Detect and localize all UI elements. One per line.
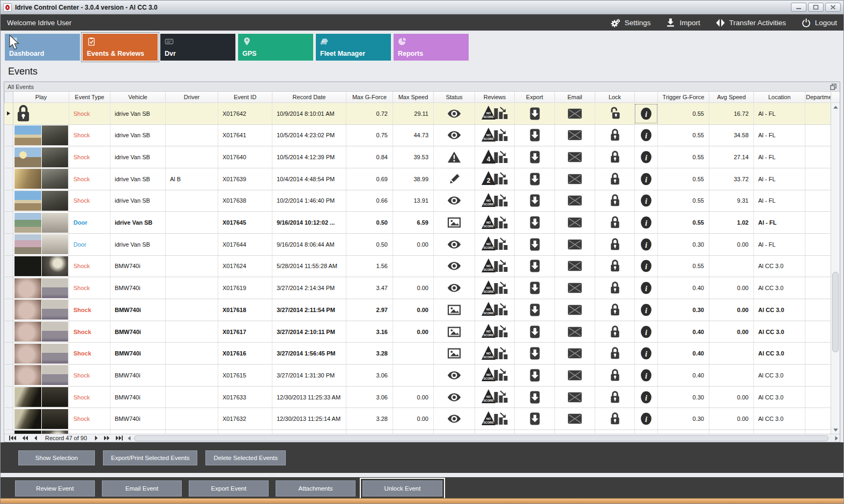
email-cell[interactable] (555, 190, 595, 212)
lock-cell[interactable] (595, 386, 635, 408)
vscroll-thumb[interactable] (832, 272, 839, 352)
export-cell[interactable] (515, 212, 555, 234)
lock-cell[interactable] (595, 321, 635, 343)
email-cell[interactable] (555, 386, 595, 408)
reviews-cell[interactable]: NO SCORE (475, 277, 515, 299)
status-cell[interactable] (434, 321, 475, 343)
table-row[interactable]: Shock BMW740i X017618 3/27/2014 2:11:54 … (5, 299, 831, 321)
play-cell[interactable] (13, 146, 69, 168)
reviews-cell[interactable]: NO SCORE (475, 124, 515, 146)
info-cell[interactable] (635, 212, 658, 234)
export-cell[interactable] (515, 299, 555, 321)
reviews-cell[interactable]: NO SCORE (475, 212, 515, 234)
play-cell[interactable] (13, 212, 69, 234)
export-cell[interactable] (515, 277, 555, 299)
email-cell[interactable] (555, 255, 595, 277)
info-cell[interactable] (635, 408, 658, 430)
lock-cell[interactable] (595, 430, 635, 434)
status-cell[interactable] (434, 408, 475, 430)
event-thumbnail[interactable] (14, 191, 68, 211)
export-cell[interactable] (515, 255, 555, 277)
play-cell[interactable] (13, 124, 69, 146)
email-event-button[interactable]: Email Event (102, 480, 182, 496)
export-cell[interactable] (515, 233, 555, 255)
event-thumbnail[interactable] (14, 169, 68, 189)
hscroll-right-arrow[interactable] (835, 436, 838, 441)
status-cell[interactable] (434, 212, 475, 234)
status-cell[interactable] (434, 386, 475, 408)
export-cell[interactable] (515, 124, 555, 146)
status-cell[interactable] (434, 190, 475, 212)
reviews-cell[interactable]: 4 (475, 146, 515, 168)
lock-cell[interactable] (595, 212, 635, 234)
export-cell[interactable] (515, 168, 555, 190)
vertical-scrollbar[interactable] (831, 92, 840, 434)
show-selection-button[interactable]: Show Selection (18, 450, 95, 465)
column-header-export[interactable]: Export (515, 92, 555, 102)
close-button[interactable] (825, 3, 841, 12)
info-cell[interactable] (635, 299, 658, 321)
column-header-event-type[interactable]: Event Type (69, 92, 110, 102)
info-cell[interactable] (635, 321, 658, 343)
info-cell[interactable] (635, 102, 658, 124)
table-row[interactable]: Shock BMW740i X017624 5/28/2014 11:55:28… (5, 255, 831, 277)
nav-first-button[interactable] (9, 435, 17, 441)
column-header-play[interactable]: Play (13, 92, 69, 102)
email-cell[interactable] (555, 299, 595, 321)
event-thumbnail[interactable] (14, 431, 68, 434)
email-cell[interactable] (555, 233, 595, 255)
reviews-cell[interactable]: NO SCORE (475, 386, 515, 408)
export-cell[interactable] (515, 386, 555, 408)
tab-events-reviews[interactable]: Events & Reviews (83, 34, 158, 61)
titlebar[interactable]: Idrive Control Center - 3.0.4 version - … (1, 1, 843, 14)
email-cell[interactable] (555, 102, 595, 124)
play-cell[interactable] (13, 190, 69, 212)
info-cell[interactable] (635, 430, 658, 434)
table-row[interactable]: Door idrive Van SB X017645 9/16/2014 10:… (5, 212, 831, 234)
status-cell[interactable] (434, 255, 475, 277)
play-cell[interactable] (13, 102, 69, 124)
lock-cell[interactable] (595, 343, 635, 365)
tab-dvr[interactable]: Dvr (160, 34, 235, 61)
info-cell[interactable] (635, 233, 658, 255)
hscroll-thumb[interactable] (134, 435, 828, 441)
column-header-vehicle[interactable]: Vehicle (110, 92, 166, 102)
event-thumbnail[interactable] (14, 387, 68, 407)
reviews-cell[interactable]: NO SCORE (475, 255, 515, 277)
column-header-status[interactable]: Status (434, 92, 475, 102)
event-thumbnail[interactable] (14, 300, 68, 320)
event-thumbnail[interactable] (14, 147, 68, 167)
play-cell[interactable] (13, 277, 69, 299)
lock-cell[interactable] (595, 277, 635, 299)
play-cell[interactable] (13, 233, 69, 255)
table-row[interactable]: Shock BMW740i X017633 12/30/2013 11:25:3… (5, 386, 831, 408)
column-header-location[interactable]: Location (754, 92, 805, 102)
nav-prev-page-button[interactable] (21, 435, 28, 441)
export-cell[interactable] (515, 343, 555, 365)
column-header-event-id[interactable]: Event ID (218, 92, 272, 102)
status-cell[interactable] (434, 277, 475, 299)
play-cell[interactable] (13, 408, 69, 430)
export-cell[interactable] (515, 190, 555, 212)
email-cell[interactable] (555, 321, 595, 343)
status-cell[interactable] (434, 430, 475, 434)
play-cell[interactable] (13, 386, 69, 408)
reviews-cell[interactable]: NO SCORE (475, 408, 515, 430)
column-header-max-speed[interactable]: Max Speed (393, 92, 434, 102)
table-row[interactable]: Shock idrive Van SB X017641 10/5/2014 4:… (5, 124, 831, 146)
table-row[interactable]: Shock BMW740i X017632 12/30/2013 11:25:1… (5, 408, 831, 430)
lock-cell[interactable] (595, 124, 635, 146)
info-cell[interactable] (635, 277, 658, 299)
reviews-cell[interactable]: NO SCORE (475, 321, 515, 343)
table-row[interactable]: Door idrive Van SB X017644 9/16/2014 8:0… (5, 233, 831, 255)
nav-next-page-button[interactable] (103, 435, 110, 441)
email-cell[interactable] (555, 277, 595, 299)
lock-cell[interactable] (595, 299, 635, 321)
scroll-up-arrow[interactable] (831, 103, 840, 111)
event-thumbnail[interactable] (14, 344, 68, 364)
nav-prev-button[interactable] (33, 435, 38, 441)
status-cell[interactable] (434, 343, 475, 365)
table-row[interactable]: Shock idrive Van SB Al B X017639 10/4/20… (5, 168, 831, 190)
email-cell[interactable] (555, 146, 595, 168)
play-cell[interactable] (13, 299, 69, 321)
